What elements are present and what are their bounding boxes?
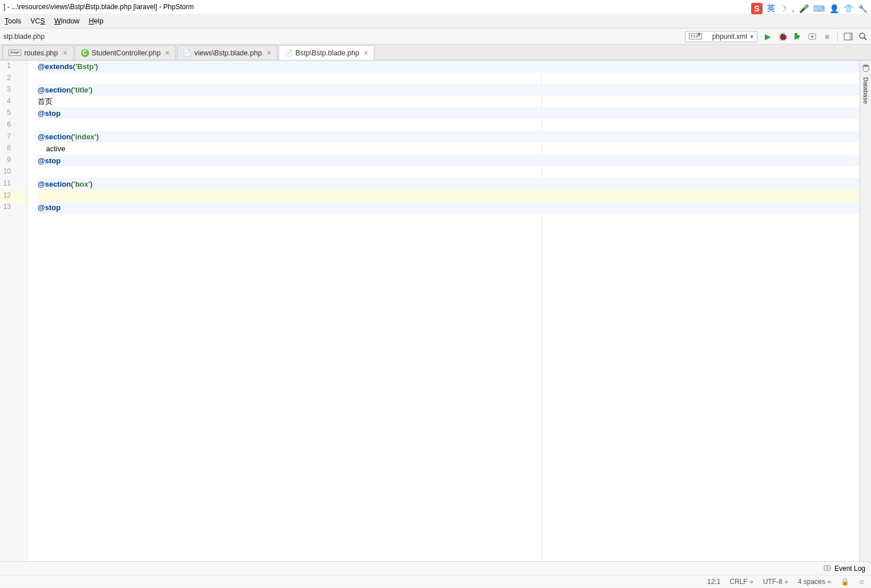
- nav-bar: stp.blade.php PHP ✶ phpunit.xml ▾ ▶ 🐞 ■: [0, 29, 871, 45]
- tab-label: Bstp\Bstp.blade.php: [296, 49, 360, 57]
- layout-icon[interactable]: [844, 32, 853, 41]
- comma-icon[interactable]: ,: [792, 2, 795, 14]
- tab-label: views\Bstp.blade.php: [194, 49, 261, 57]
- tab-label: StudentController.php: [92, 49, 161, 57]
- code-line[interactable]: @section('title'): [38, 84, 860, 96]
- code-line[interactable]: @stop: [38, 202, 860, 214]
- coverage-icon[interactable]: [793, 32, 802, 41]
- blade-file-icon: 📄: [285, 49, 293, 57]
- line-number: 7: [0, 132, 27, 144]
- keyboard-icon[interactable]: ⌨: [813, 4, 825, 13]
- svg-point-6: [863, 65, 869, 67]
- lock-icon[interactable]: 🔒: [841, 578, 849, 586]
- user-icon[interactable]: 👤: [829, 4, 839, 13]
- menu-help[interactable]: Help: [88, 17, 103, 25]
- close-icon[interactable]: ✕: [364, 50, 368, 56]
- line-number: 1: [0, 62, 27, 74]
- mic-icon[interactable]: 🎤: [799, 4, 809, 13]
- code-line[interactable]: @stop: [38, 107, 860, 119]
- code-line[interactable]: 首页: [38, 96, 860, 108]
- close-icon[interactable]: ✕: [165, 50, 170, 56]
- shirt-icon[interactable]: 👕: [844, 4, 853, 13]
- database-panel-label[interactable]: Database: [862, 77, 869, 104]
- menu-vcs[interactable]: VCS: [30, 17, 45, 25]
- line-number: 8: [0, 144, 27, 156]
- tab-views-bstp[interactable]: 📄 views\Bstp.blade.php ✕: [177, 45, 277, 60]
- breadcrumb: stp.blade.php: [3, 33, 45, 41]
- svg-point-1: [811, 35, 813, 38]
- moon-icon[interactable]: ☽: [780, 4, 787, 13]
- window-title: ] - ...\resources\views\Bstp\Bstp.blade.…: [3, 3, 193, 11]
- ime-lang-label[interactable]: 英: [767, 3, 775, 14]
- title-bar: ] - ...\resources\views\Bstp\Bstp.blade.…: [0, 0, 871, 14]
- close-icon[interactable]: ✕: [63, 50, 67, 56]
- line-number: 5: [0, 108, 27, 120]
- php-file-icon: PHP: [9, 50, 21, 56]
- inspector-icon[interactable]: ☺: [858, 578, 865, 586]
- line-separator[interactable]: CRLF≑: [729, 578, 753, 586]
- code-line[interactable]: @section('index'): [38, 131, 860, 143]
- right-tool-panel: Database: [860, 61, 871, 561]
- separator: [837, 31, 838, 42]
- stop-icon: ■: [822, 32, 832, 41]
- line-number: 11: [0, 179, 27, 191]
- code-line[interactable]: active: [38, 143, 860, 155]
- code-line[interactable]: [38, 119, 860, 131]
- event-log-icon[interactable]: [824, 564, 831, 573]
- status-bar: Event Log 12:1 CRLF≑ UTF-8≑ 4 spaces≑ 🔒 …: [0, 561, 871, 588]
- system-tray: S 英 ☽ , 🎤 ⌨ 👤 👕 🔧: [751, 2, 868, 14]
- code-line[interactable]: @section('box'): [38, 178, 860, 190]
- toolbar-run-icons: ▶ 🐞 ■: [763, 31, 868, 42]
- wrench-icon[interactable]: 🔧: [858, 4, 868, 13]
- line-number: 10: [0, 167, 27, 179]
- line-number: 13: [0, 203, 27, 215]
- editor-area: 12345678910111213 @extends('Bstp')@secti…: [0, 61, 871, 561]
- chevron-down-icon: ▾: [750, 33, 753, 41]
- svg-rect-7: [824, 565, 830, 570]
- database-icon[interactable]: [862, 64, 870, 74]
- code-editor[interactable]: @extends('Bstp')@section('title')首页@stop…: [27, 61, 860, 561]
- debug-icon[interactable]: 🐞: [778, 32, 787, 41]
- code-line[interactable]: @extends('Bstp'): [38, 61, 860, 73]
- code-line[interactable]: [38, 73, 860, 84]
- code-line[interactable]: [38, 190, 860, 202]
- blade-file-icon: 📄: [183, 49, 191, 57]
- editor-tabs-bar: PHP routes.php ✕ C StudentController.php…: [0, 45, 871, 61]
- run-config-selector[interactable]: PHP ✶ phpunit.xml ▾: [685, 31, 757, 42]
- code-line[interactable]: [38, 166, 860, 178]
- line-number: 9: [0, 156, 27, 168]
- cursor-position: 12:1: [707, 578, 720, 586]
- svg-line-5: [864, 38, 866, 40]
- svg-rect-3: [849, 33, 852, 40]
- file-encoding[interactable]: UTF-8≑: [763, 578, 789, 586]
- close-icon[interactable]: ✕: [267, 50, 271, 56]
- tab-label: routes.php: [24, 49, 58, 57]
- class-icon: C: [81, 49, 89, 57]
- svg-point-4: [860, 33, 865, 38]
- event-log-button[interactable]: Event Log: [834, 565, 865, 573]
- tab-bstp-bstp[interactable]: 📄 Bstp\Bstp.blade.php ✕: [279, 45, 375, 60]
- profile-icon[interactable]: [808, 32, 817, 41]
- line-number-gutter: 12345678910111213: [0, 61, 27, 561]
- line-number: 2: [0, 74, 27, 86]
- run-icon[interactable]: ▶: [763, 32, 772, 41]
- tab-routes[interactable]: PHP routes.php ✕: [2, 45, 74, 60]
- indent-setting[interactable]: 4 spaces≑: [798, 578, 832, 586]
- menu-tools[interactable]: Tools: [5, 17, 21, 25]
- code-line[interactable]: @stop: [38, 155, 860, 167]
- tab-studentcontroller[interactable]: C StudentController.php ✕: [75, 45, 176, 60]
- line-number: 12: [0, 191, 27, 203]
- line-number: 3: [0, 85, 27, 97]
- line-number: 6: [0, 120, 27, 132]
- ime-sogou-icon[interactable]: S: [751, 3, 763, 14]
- menu-window[interactable]: Window: [54, 17, 79, 25]
- run-config-label: phpunit.xml: [712, 33, 747, 41]
- menu-bar: Tools VCS Window Help: [0, 14, 871, 29]
- search-icon[interactable]: [858, 32, 868, 41]
- line-number: 4: [0, 97, 27, 109]
